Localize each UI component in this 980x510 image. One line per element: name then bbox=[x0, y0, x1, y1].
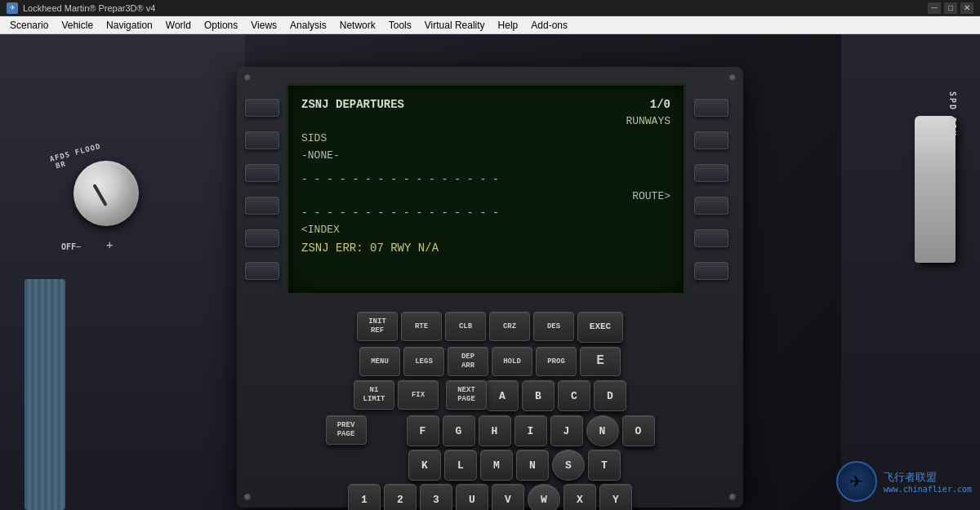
screen-sids: SIDS bbox=[301, 131, 327, 148]
key-a[interactable]: A bbox=[486, 380, 519, 411]
key-y[interactable]: Y bbox=[599, 484, 632, 510]
clb-button[interactable]: CLB bbox=[445, 312, 486, 341]
key-c[interactable]: C bbox=[558, 380, 590, 411]
screen-index: <INDEX bbox=[301, 222, 340, 239]
lsk-1r[interactable] bbox=[694, 99, 728, 117]
key-1[interactable]: 1 bbox=[348, 484, 381, 510]
screen-none: -NONE- bbox=[301, 148, 340, 165]
dep-arr-button[interactable]: DEPARR bbox=[448, 347, 488, 376]
screen-route: ROUTE> bbox=[632, 188, 670, 206]
screen-departures: ZSNJ DEPARTURES bbox=[301, 95, 404, 113]
key-o[interactable]: O bbox=[622, 415, 655, 446]
menu-item-scenario[interactable]: Scenario bbox=[3, 18, 55, 33]
lsk-6r[interactable] bbox=[694, 262, 728, 280]
des-button[interactable]: DES bbox=[533, 312, 574, 341]
key-k[interactable]: K bbox=[408, 450, 441, 481]
key-l[interactable]: L bbox=[444, 450, 477, 481]
app-title: Lockheed Martin® Prepar3D® v4 bbox=[23, 3, 155, 13]
key-2[interactable]: 2 bbox=[384, 484, 416, 510]
next-page-button[interactable]: NEXTPAGE bbox=[446, 380, 487, 410]
rte-button[interactable]: RTE bbox=[401, 312, 442, 341]
n1-limit-button[interactable]: N1LIMIT bbox=[354, 380, 394, 410]
menu-item-navigation[interactable]: Navigation bbox=[100, 18, 159, 33]
lsk-2l[interactable] bbox=[245, 131, 279, 149]
menu-button[interactable]: MENU bbox=[359, 347, 400, 376]
key-n[interactable]: N bbox=[516, 450, 549, 481]
menu-item-analysis[interactable]: Analysis bbox=[283, 18, 333, 33]
prev-page-button[interactable]: PREVPAGE bbox=[326, 415, 367, 445]
fix-button[interactable]: FIX bbox=[398, 380, 439, 410]
key-w-circle[interactable]: W bbox=[528, 484, 560, 510]
screen-runways: RUNWAYS bbox=[626, 113, 670, 131]
menu-bar: ScenarioVehicleNavigationWorldOptionsVie… bbox=[0, 16, 980, 34]
menu-item-vehicle[interactable]: Vehicle bbox=[55, 18, 100, 33]
key-m[interactable]: M bbox=[480, 450, 513, 481]
menu-item-network[interactable]: Network bbox=[333, 18, 382, 33]
menu-item-options[interactable]: Options bbox=[198, 18, 244, 33]
key-b[interactable]: B bbox=[522, 380, 555, 411]
key-i[interactable]: I bbox=[514, 415, 547, 446]
off-label: OFF─ bbox=[61, 242, 81, 251]
watermark-logo: ✈ bbox=[836, 461, 877, 502]
menu-item-world[interactable]: World bbox=[159, 18, 198, 33]
lsk-6l[interactable] bbox=[245, 262, 279, 280]
menu-item-tools[interactable]: Tools bbox=[382, 18, 418, 33]
e-key[interactable]: E bbox=[580, 347, 621, 376]
key-h[interactable]: H bbox=[479, 415, 511, 446]
app-icon: ✈ bbox=[7, 2, 18, 14]
lsk-4l[interactable] bbox=[245, 197, 279, 215]
menu-item-views[interactable]: Views bbox=[244, 18, 283, 33]
key-v[interactable]: V bbox=[492, 484, 524, 510]
prog-button[interactable]: PROG bbox=[536, 347, 577, 376]
hold-button[interactable]: HOLD bbox=[492, 347, 532, 376]
key-u[interactable]: U bbox=[456, 484, 488, 510]
init-ref-button[interactable]: INITREF bbox=[357, 312, 398, 341]
titlebar-controls: ─ □ ✕ bbox=[928, 2, 973, 14]
crz-button[interactable]: CRZ bbox=[489, 312, 530, 341]
screen-line-8: <INDEX bbox=[301, 222, 670, 239]
screen-line-4: -NONE- bbox=[301, 148, 670, 165]
key-g[interactable]: G bbox=[443, 415, 475, 446]
key-j[interactable]: J bbox=[550, 415, 583, 446]
lsk-3l[interactable] bbox=[245, 164, 279, 182]
exec-button[interactable]: EXEC bbox=[577, 312, 623, 343]
key-s-circle[interactable]: S bbox=[552, 450, 585, 481]
screen-dashes-2: - - - - - - - - - - - - - - - - bbox=[301, 205, 499, 222]
lsk-5l[interactable] bbox=[245, 229, 279, 247]
lsk-5r[interactable] bbox=[694, 229, 728, 247]
screen-line-3: SIDS bbox=[301, 131, 670, 148]
left-panel: AFDS FLOOD BR OFF─ + bbox=[0, 34, 245, 510]
watermark-site: www.chinaflier.com bbox=[884, 485, 972, 494]
legs-button[interactable]: LEGS bbox=[403, 347, 444, 376]
screen-error: ZSNJ ERR: 07 RWY N/A bbox=[301, 239, 439, 257]
afds-flood-label: AFDS FLOOD bbox=[49, 142, 102, 163]
close-button[interactable]: ✕ bbox=[960, 2, 973, 14]
screw-tr bbox=[728, 73, 737, 82]
title-bar: ✈ Lockheed Martin® Prepar3D® v4 ─ □ ✕ bbox=[0, 0, 980, 16]
lsk-1l[interactable] bbox=[245, 99, 279, 117]
key-t[interactable]: T bbox=[588, 450, 621, 481]
key-3[interactable]: 3 bbox=[420, 484, 452, 510]
lsk-4r[interactable] bbox=[694, 197, 728, 215]
spd-brk-handle[interactable] bbox=[915, 116, 956, 263]
key-f[interactable]: F bbox=[407, 415, 439, 446]
watermark-text-block: 飞行者联盟 www.chinaflier.com bbox=[884, 470, 972, 494]
key-n-circle[interactable]: N bbox=[586, 415, 619, 446]
plus-symbol: + bbox=[106, 238, 113, 251]
watermark: ✈ 飞行者联盟 www.chinaflier.com bbox=[836, 461, 972, 502]
menu-item-add-ons[interactable]: Add-ons bbox=[524, 18, 574, 33]
menu-item-help[interactable]: Help bbox=[492, 18, 525, 33]
maximize-button[interactable]: □ bbox=[944, 2, 957, 14]
menu-item-virtual-reality[interactable]: Virtual Reality bbox=[418, 18, 492, 33]
key-x[interactable]: X bbox=[564, 484, 596, 510]
key-d[interactable]: D bbox=[594, 380, 626, 411]
screen-line-5: - - - - - - - - - - - - - - - - bbox=[301, 171, 670, 188]
spd-brk-area: SPD BRK bbox=[841, 67, 972, 312]
cdu-screen: ZSNJ DEPARTURES 1/0 RUNWAYS SIDS -NONE- … bbox=[286, 83, 686, 295]
lsk-2r[interactable] bbox=[694, 131, 728, 149]
afds-knob[interactable] bbox=[74, 161, 139, 226]
func-row-2: MENU LEGS DEPARR HOLD PROG E bbox=[245, 347, 735, 376]
letter-row-k: K L M N S T bbox=[245, 450, 735, 481]
lsk-3r[interactable] bbox=[694, 164, 728, 182]
minimize-button[interactable]: ─ bbox=[928, 2, 941, 14]
